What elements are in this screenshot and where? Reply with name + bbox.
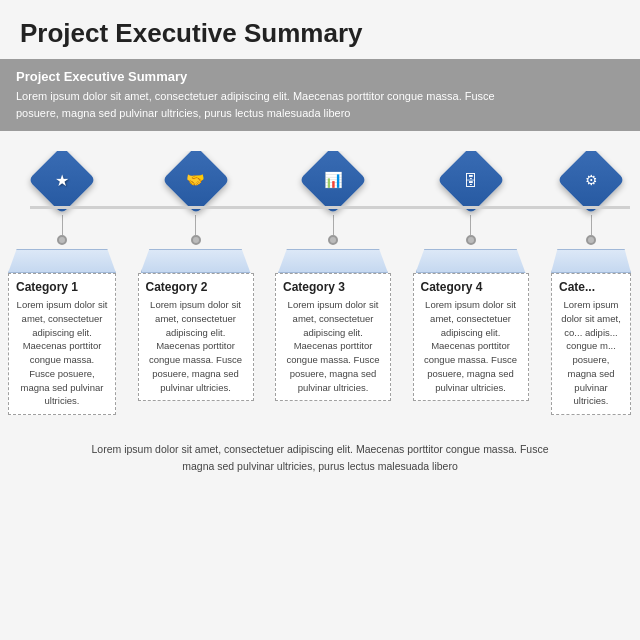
chart-icon: 📊 xyxy=(324,171,343,189)
diamond-1: ★ xyxy=(33,151,91,209)
trapezoid-3 xyxy=(278,249,388,273)
summary-heading: Project Executive Summary xyxy=(16,69,624,84)
page-title: Project Executive Summary xyxy=(0,0,640,59)
database-icon: 🗄 xyxy=(463,172,478,189)
dot-5 xyxy=(586,235,596,245)
summary-text: Lorem ipsum dolor sit amet, consectetuer… xyxy=(16,88,624,121)
trapezoid-2 xyxy=(141,249,251,273)
category-text-3: Lorem ipsum dolor sit amet, consectetuer… xyxy=(283,298,383,394)
dot-3 xyxy=(328,235,338,245)
connector-5 xyxy=(591,215,592,235)
trapezoid-1 xyxy=(8,249,116,273)
connector-2 xyxy=(195,215,196,235)
connector-4 xyxy=(470,215,471,235)
category-card-5: Cate... Lorem ipsum dolor sit amet, co..… xyxy=(551,273,631,415)
categories-row: ★ Category 1 Lorem ipsum dolor sit amet,… xyxy=(0,151,640,415)
trapezoid-4 xyxy=(416,249,526,273)
summary-box: Project Executive Summary Lorem ipsum do… xyxy=(0,59,640,131)
category-text-2: Lorem ipsum dolor sit amet, consectetuer… xyxy=(146,298,246,394)
star-icon: ★ xyxy=(55,171,69,190)
diamond-3: 📊 xyxy=(304,151,362,209)
diamond-4: 🗄 xyxy=(442,151,500,209)
connector-3 xyxy=(333,215,334,235)
dot-4 xyxy=(466,235,476,245)
category-card-3: Category 3 Lorem ipsum dolor sit amet, c… xyxy=(275,273,391,401)
category-title-1: Category 1 xyxy=(16,280,108,294)
category-item-3: 📊 Category 3 Lorem ipsum dolor sit amet,… xyxy=(275,151,391,415)
timeline-section: ★ Category 1 Lorem ipsum dolor sit amet,… xyxy=(0,151,640,415)
category-card-4: Category 4 Lorem ipsum dolor sit amet, c… xyxy=(413,273,529,401)
dot-1 xyxy=(57,235,67,245)
timeline-line xyxy=(30,206,630,209)
connector-1 xyxy=(62,215,63,235)
category-text-1: Lorem ipsum dolor sit amet, consectetuer… xyxy=(16,298,108,408)
category-title-2: Category 2 xyxy=(146,280,246,294)
dot-2 xyxy=(191,235,201,245)
gear-icon: ⚙ xyxy=(585,172,598,188)
category-text-5: Lorem ipsum dolor sit amet, co... adipis… xyxy=(559,298,623,408)
category-title-3: Category 3 xyxy=(283,280,383,294)
category-item-2: 🤝 Category 2 Lorem ipsum dolor sit amet,… xyxy=(138,151,254,415)
category-title-5: Cate... xyxy=(559,280,623,294)
page: Project Executive Summary Project Execut… xyxy=(0,0,640,640)
category-card-2: Category 2 Lorem ipsum dolor sit amet, c… xyxy=(138,273,254,401)
footer-line2: magna sed pulvinar ultricies, purus lect… xyxy=(182,460,457,472)
diamond-5: ⚙ xyxy=(562,151,620,209)
category-title-4: Category 4 xyxy=(421,280,521,294)
category-item-1: ★ Category 1 Lorem ipsum dolor sit amet,… xyxy=(8,151,116,415)
footer-line1: Lorem ipsum dolor sit amet, consectetuer… xyxy=(92,443,549,455)
category-text-4: Lorem ipsum dolor sit amet, consectetuer… xyxy=(421,298,521,394)
trapezoid-5 xyxy=(551,249,631,273)
category-card-1: Category 1 Lorem ipsum dolor sit amet, c… xyxy=(8,273,116,415)
category-item-4: 🗄 Category 4 Lorem ipsum dolor sit amet,… xyxy=(413,151,529,415)
diamond-2: 🤝 xyxy=(167,151,225,209)
handshake-icon: 🤝 xyxy=(186,171,205,189)
footer-text: Lorem ipsum dolor sit amet, consectetuer… xyxy=(0,431,640,485)
category-item-5: ⚙ Cate... Lorem ipsum dolor sit amet, co… xyxy=(550,151,632,415)
